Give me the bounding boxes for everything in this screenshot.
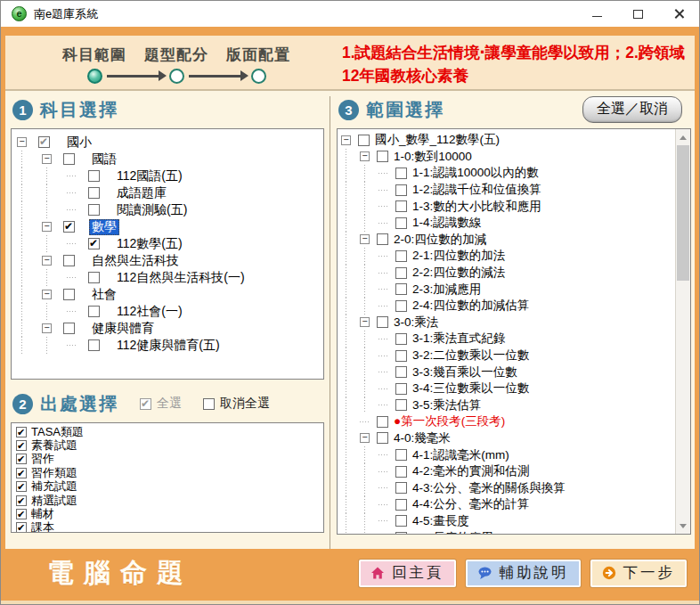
tree-checkbox[interactable] (395, 200, 407, 212)
tree-checkbox[interactable] (395, 499, 407, 511)
tree-checkbox[interactable] (63, 323, 75, 334)
tree-node-label[interactable]: 國小 (64, 135, 94, 151)
tree-node[interactable]: −1-0:數到10000 (341, 149, 675, 166)
source-item[interactable]: 素養試題 (14, 438, 323, 452)
source-item[interactable]: 習作 (14, 453, 323, 466)
tree-node[interactable]: 4-3:公分、毫米的關係與換算 (341, 479, 675, 496)
tree-node[interactable]: −社會 (17, 286, 323, 303)
tree-node[interactable]: 112數學(五) (17, 235, 323, 252)
tree-node[interactable]: −國小 (17, 134, 323, 151)
tree-node[interactable]: 2-1:四位數的加法 (341, 248, 675, 265)
expand-collapse-toggle[interactable]: − (42, 323, 52, 333)
tree-node-label[interactable]: 4-6:長度的應用 (410, 530, 496, 534)
source-checkbox[interactable] (16, 427, 27, 437)
expand-collapse-toggle[interactable]: − (42, 154, 52, 164)
deselect-all-checkbox[interactable]: 取消全選 (203, 396, 270, 412)
maximize-button[interactable] (617, 1, 658, 27)
tree-node[interactable]: 4-6:長度的應用 (341, 529, 675, 534)
select-all-toggle-button[interactable]: 全選／取消 (582, 96, 682, 123)
tree-node[interactable]: 2-2:四位數的減法 (341, 265, 675, 282)
tree-checkbox[interactable] (395, 300, 407, 312)
tree-checkbox[interactable] (63, 255, 75, 266)
tree-node-label[interactable]: 4-5:畫長度 (410, 513, 472, 529)
deselect-all-checkbox-box[interactable] (203, 398, 215, 410)
source-checkbox[interactable] (16, 522, 27, 533)
tree-node[interactable]: 成語題庫 (17, 184, 323, 201)
source-checkbox[interactable] (16, 440, 27, 451)
tree-checkbox[interactable] (358, 135, 370, 146)
tree-node-label[interactable]: 112國語(五) (114, 168, 185, 184)
tree-node-label[interactable]: 112自然與生活科技(一) (114, 270, 248, 286)
tree-checkbox[interactable] (377, 233, 388, 245)
tree-checkbox[interactable] (63, 289, 75, 300)
expand-collapse-toggle[interactable]: − (42, 290, 52, 299)
tree-checkbox[interactable] (395, 466, 407, 478)
tree-checkbox[interactable] (395, 250, 407, 262)
tree-node[interactable]: 3-3:幾百乘以一位數 (341, 364, 675, 380)
expand-collapse-toggle[interactable]: − (42, 222, 52, 232)
close-button[interactable] (658, 1, 699, 27)
tree-node-label[interactable]: 社會 (89, 287, 119, 303)
tree-node-label[interactable]: 2-3:加減應用 (410, 282, 484, 298)
tree-node-label[interactable]: 3-3:幾百乘以一位數 (410, 364, 520, 380)
tree-checkbox[interactable] (395, 283, 407, 295)
tree-node-label[interactable]: 健康與體育 (89, 321, 157, 337)
tree-checkbox[interactable] (395, 532, 407, 534)
step-circle-icon[interactable] (169, 69, 184, 84)
tree-node[interactable]: −2-0:四位數的加減 (341, 232, 675, 249)
tree-checkbox[interactable] (88, 170, 100, 182)
tree-checkbox[interactable] (395, 449, 407, 461)
tree-checkbox[interactable] (377, 416, 388, 428)
tree-checkbox[interactable] (395, 515, 407, 527)
scroll-up-button[interactable] (676, 130, 690, 144)
tree-checkbox[interactable] (395, 217, 407, 229)
source-item[interactable]: 習作類題 (14, 466, 323, 479)
source-item[interactable]: 精選試題 (14, 494, 323, 507)
tree-checkbox[interactable] (395, 184, 407, 196)
source-checkbox[interactable] (16, 468, 27, 478)
tree-node-label[interactable]: 112社會(一) (114, 304, 185, 320)
source-checkbox[interactable] (16, 481, 27, 492)
help-button[interactable]: 輔助說明 (466, 560, 581, 587)
tree-node[interactable]: 1-4:認識數線 (341, 215, 675, 232)
tree-node[interactable]: 3-4:三位數乘以一位數 (341, 380, 675, 397)
tree-checkbox[interactable] (395, 383, 407, 395)
tree-node[interactable]: 3-1:乘法直式紀錄 (341, 331, 675, 347)
tree-checkbox[interactable] (88, 306, 100, 317)
tree-checkbox[interactable] (377, 432, 388, 444)
tree-node-label[interactable]: 3-0:乘法 (391, 315, 441, 331)
tree-checkbox[interactable] (63, 221, 75, 233)
tree-node-label[interactable]: 1-0:數到10000 (391, 149, 475, 165)
tree-node-label[interactable]: 國小_數學_112數學(五) (372, 132, 502, 148)
tree-checkbox[interactable] (395, 350, 407, 362)
expand-collapse-toggle[interactable]: − (360, 151, 370, 161)
tree-node-label[interactable]: 1-3:數的大小比較和應用 (410, 199, 544, 215)
tree-checkbox[interactable] (395, 399, 407, 411)
minimize-button[interactable] (576, 1, 617, 27)
tree-node[interactable]: 1-2:認識千位和位值換算 (341, 182, 675, 199)
tree-node[interactable]: −數學 (17, 218, 323, 235)
tree-node[interactable]: 112健康與體育(五) (17, 337, 323, 354)
tree-node-label[interactable]: 1-4:認識數線 (410, 215, 484, 231)
tree-node[interactable]: 112社會(一) (17, 303, 323, 320)
tree-node[interactable]: 3-2:二位數乘以一位數 (341, 347, 675, 364)
tree-node[interactable]: −國小_數學_112數學(五) (341, 132, 675, 149)
tree-node-label[interactable]: 1-1:認識10000以內的數 (410, 165, 541, 181)
tree-node-label[interactable]: 數學 (89, 219, 119, 235)
tree-checkbox[interactable] (395, 366, 407, 378)
select-all-checkbox[interactable]: 全選 (140, 396, 182, 412)
tree-node[interactable]: −國語 (17, 151, 323, 168)
scrollbar[interactable] (675, 129, 690, 534)
tree-checkbox[interactable] (88, 187, 100, 199)
tree-node[interactable]: 1-3:數的大小比較和應用 (341, 198, 675, 215)
scroll-down-button[interactable] (676, 519, 690, 533)
tree-node-label[interactable]: 3-2:二位數乘以一位數 (410, 347, 532, 364)
step-circle-icon[interactable] (251, 69, 266, 84)
expand-collapse-toggle[interactable]: − (42, 256, 52, 266)
tree-checkbox[interactable] (88, 204, 100, 216)
step-circle-icon[interactable] (87, 69, 102, 84)
tree-node[interactable]: 4-4:公分、毫米的計算 (341, 496, 675, 513)
tree-node[interactable]: −4-0:幾毫米 (341, 430, 675, 447)
tree-node-label[interactable]: ●第一次段考(三段考) (391, 413, 508, 429)
tree-node-label[interactable]: 3-1:乘法直式紀錄 (410, 331, 508, 347)
